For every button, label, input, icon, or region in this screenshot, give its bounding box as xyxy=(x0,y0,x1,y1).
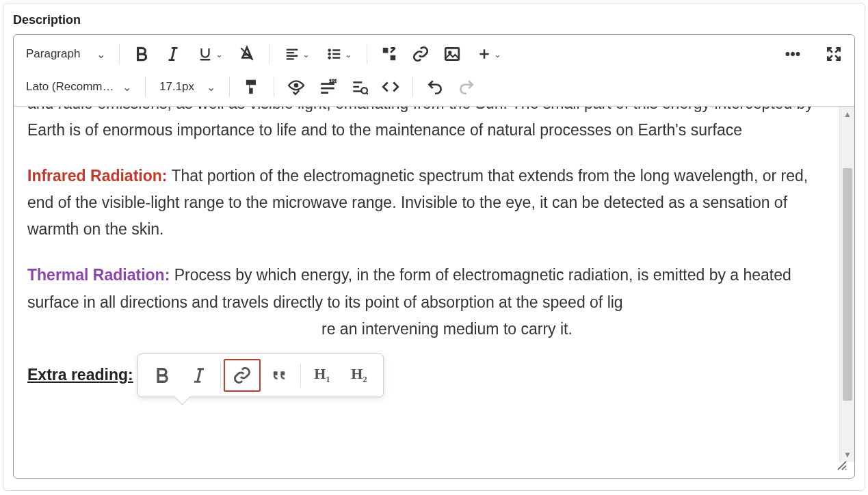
separator xyxy=(274,77,274,97)
plus-icon xyxy=(477,45,491,63)
italic-icon xyxy=(164,45,182,63)
description-panel: Description Paragraph ⌄ ⌄ xyxy=(3,3,865,491)
quote-icon xyxy=(269,366,289,385)
paragraph-solar: and radio emissions, as well as visible … xyxy=(27,107,826,144)
separator xyxy=(145,77,146,97)
float-h2-button[interactable]: H2 xyxy=(341,359,378,392)
thermal-body-post: re an intervening medium to carry it. xyxy=(321,320,573,338)
svg-text:123: 123 xyxy=(329,78,337,84)
eye-check-icon xyxy=(287,78,305,96)
link-icon xyxy=(233,366,252,385)
redo-button[interactable] xyxy=(453,74,480,100)
bullet-list-icon xyxy=(327,45,342,63)
float-link-button[interactable] xyxy=(224,359,261,392)
insert-plus-button[interactable]: ⌄ xyxy=(470,41,508,67)
h1-label: H1 xyxy=(314,365,330,385)
float-bold-button[interactable] xyxy=(144,359,181,392)
bold-icon xyxy=(133,45,150,63)
svg-point-6 xyxy=(791,53,795,56)
font-size-label: 17.1px xyxy=(159,80,194,94)
font-family-label: Lato (Recommended) xyxy=(26,80,114,94)
chevron-down-icon: ⌄ xyxy=(96,48,105,61)
chevron-down-icon: ⌄ xyxy=(215,49,223,59)
undo-icon xyxy=(426,78,444,96)
align-button[interactable]: ⌄ xyxy=(278,41,316,67)
infrared-heading: Infrared Radiation: xyxy=(27,167,167,185)
link-button[interactable] xyxy=(407,41,434,67)
panel-label: Description xyxy=(13,13,855,27)
text-color-icon xyxy=(238,45,256,63)
chevron-down-icon: ⌄ xyxy=(494,49,501,59)
equation-button[interactable] xyxy=(345,74,373,100)
separator xyxy=(269,44,269,64)
link-icon xyxy=(412,45,430,63)
svg-point-5 xyxy=(786,53,789,56)
bold-icon xyxy=(153,366,172,385)
scrollbar[interactable]: ▲ ▼ xyxy=(839,107,854,462)
source-code-button[interactable] xyxy=(377,74,404,100)
list-button[interactable]: ⌄ xyxy=(320,41,358,67)
scroll-thumb[interactable] xyxy=(843,168,852,401)
separator xyxy=(229,77,230,97)
underline-button[interactable]: ⌄ xyxy=(191,41,229,67)
more-button[interactable] xyxy=(779,41,806,67)
expand-icon xyxy=(825,45,843,63)
block-format-select[interactable]: Paragraph ⌄ xyxy=(21,47,111,61)
block-format-label: Paragraph xyxy=(26,47,80,61)
ellipsis-icon xyxy=(784,45,802,63)
chevron-down-icon: ⌄ xyxy=(345,49,352,59)
undo-button[interactable] xyxy=(421,74,449,100)
toolbar-top: Paragraph ⌄ ⌄ xyxy=(14,35,854,107)
font-size-select[interactable]: 17.1px ⌄ xyxy=(154,80,221,94)
separator xyxy=(300,363,301,388)
redo-icon xyxy=(458,78,475,96)
float-italic-button[interactable] xyxy=(181,359,218,392)
toolbar-row-1: Paragraph ⌄ ⌄ xyxy=(21,38,847,70)
svg-point-0 xyxy=(328,49,331,52)
word-count-button[interactable]: 123 xyxy=(314,74,341,100)
svg-point-10 xyxy=(361,88,367,94)
insert-stuff-icon xyxy=(380,45,398,63)
image-button[interactable] xyxy=(438,41,466,67)
editor-content[interactable]: and radio emissions, as well as visible … xyxy=(14,107,839,462)
font-family-select[interactable]: Lato (Recommended) ⌄ xyxy=(21,80,137,94)
float-quote-button[interactable] xyxy=(261,359,298,392)
accessibility-button[interactable] xyxy=(282,74,310,100)
format-painter-icon xyxy=(243,78,261,96)
separator xyxy=(412,77,413,97)
italic-icon xyxy=(189,366,209,385)
underline-icon xyxy=(198,45,213,63)
italic-button[interactable] xyxy=(159,41,187,67)
svg-point-2 xyxy=(328,57,331,59)
insert-stuff-button[interactable] xyxy=(376,41,403,67)
separator xyxy=(220,363,221,388)
extra-reading-label: Extra reading: xyxy=(27,366,133,384)
thermal-heading: Thermal Radiation: xyxy=(27,266,170,284)
image-icon xyxy=(443,45,461,63)
paragraph-infrared: Infrared Radiation: That portion of the … xyxy=(27,163,826,243)
resize-handle[interactable] xyxy=(835,459,849,475)
align-left-icon xyxy=(285,45,300,63)
resize-icon xyxy=(835,459,849,472)
svg-point-7 xyxy=(796,53,800,56)
equation-icon xyxy=(350,78,368,96)
text-color-button[interactable] xyxy=(233,41,261,67)
h2-label: H2 xyxy=(351,365,367,385)
fullscreen-button[interactable] xyxy=(820,41,847,67)
editor-body-wrap: and radio emissions, as well as visible … xyxy=(14,107,854,462)
chevron-down-icon: ⌄ xyxy=(207,81,215,94)
scroll-up-arrow[interactable]: ▲ xyxy=(840,107,855,122)
separator xyxy=(119,44,120,64)
toolbar-row-2: Lato (Recommended) ⌄ 17.1px ⌄ 123 xyxy=(21,70,847,103)
chevron-down-icon: ⌄ xyxy=(302,49,310,59)
code-icon xyxy=(382,78,399,96)
floating-format-toolbar: H1 H2 xyxy=(137,353,384,397)
word-count-icon: 123 xyxy=(319,78,337,96)
svg-rect-3 xyxy=(446,48,460,59)
format-painter-button[interactable] xyxy=(238,74,265,100)
chevron-down-icon: ⌄ xyxy=(122,81,131,94)
rich-text-editor: Paragraph ⌄ ⌄ xyxy=(13,34,855,479)
bold-button[interactable] xyxy=(128,41,155,67)
paragraph-thermal: Thermal Radiation: Process by which ener… xyxy=(27,262,826,342)
float-h1-button[interactable]: H1 xyxy=(304,359,341,392)
